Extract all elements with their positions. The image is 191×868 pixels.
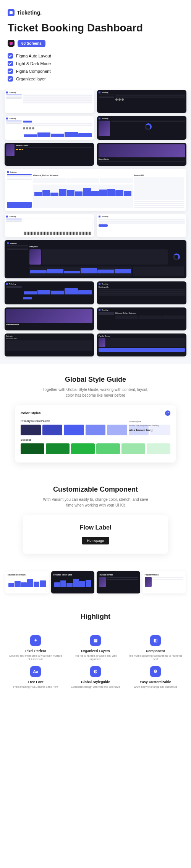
highlight-item: ✦Pixel PerfectDetailed and measured so y… [8, 635, 63, 661]
feature-label: Light & Dark Mode [16, 61, 51, 66]
swatch [121, 443, 145, 454]
swatch [71, 443, 95, 454]
shot-dark-analytics: Ticketing Analytics [5, 240, 186, 278]
section-title: Highlight [8, 613, 183, 621]
flow-title: Flow Label [32, 524, 159, 531]
feature-label: Organized layer [16, 77, 46, 81]
section-component: Customizable Component With Variant you … [0, 474, 191, 571]
screenshot-collage: Ticketing Ticketing Ticketing Ticketing … [0, 90, 191, 364]
swatch [46, 443, 70, 454]
highlight-item: ⚙Easy Customizable100% easy to change an… [128, 666, 183, 688]
highlight-desc: Free amazing Plus Jakarta Sans Font [8, 685, 63, 688]
check-icon [8, 69, 13, 74]
customize-icon: ⚙ [150, 666, 161, 677]
p-icon: P [165, 410, 170, 416]
comp-card-dark: Popular Movies [97, 571, 140, 593]
check-icon [8, 53, 13, 59]
screens-badge: 60 Screens [18, 40, 45, 47]
swatch [42, 425, 63, 435]
comp-card-light: Revenue Bookmark [5, 571, 49, 593]
section-title: Global Style Guide [8, 376, 183, 384]
feature-label: Figma Component [16, 69, 51, 74]
highlight-title: Free Font [8, 680, 63, 684]
styleguide-icon: ◐ [90, 666, 101, 677]
feature-item: Figma Auto Layout [8, 53, 183, 59]
swatch [107, 425, 127, 435]
shot-dark-booking: Ticketing Booking table [97, 281, 186, 304]
shot-light-ticket: Ticketing [5, 214, 94, 237]
feature-list: Figma Auto Layout Light & Dark Mode Figm… [8, 53, 183, 82]
highlight-title: Organized Layers [68, 649, 123, 653]
hero-badges: 60 Screens [8, 40, 183, 47]
shot-dark-small: Ticketing [97, 116, 186, 140]
feature-item: Organized layer [8, 76, 183, 82]
feature-label: Figma Auto Layout [16, 54, 51, 58]
highlight-desc: Detailed and measured so you even multip… [8, 654, 63, 661]
comp-card-dark: Finished Ticket Sold [51, 571, 95, 593]
swatch [21, 443, 44, 454]
shot-dark-poster: Wakanda Forever [5, 307, 94, 330]
brand-logo: Ticketing. [8, 9, 183, 16]
shot-dark-calendar: Calendar December 2022 [5, 333, 94, 356]
section-style-guide: Global Style Guide Together with Global … [0, 364, 191, 474]
highlight-title: Component [128, 649, 183, 653]
feature-item: Light & Dark Mode [8, 61, 183, 66]
shot-dark-movie: Recent Movies [97, 143, 186, 166]
highlight-title: Easy Customizable [128, 680, 183, 684]
hero-title: Ticket Booking Dashboard [8, 21, 183, 34]
swatch [21, 425, 41, 435]
shot-light-small: Ticketing [5, 116, 94, 140]
shot-light-main-dashboard: Ticketing Welcome, Richard Mclarson Janu… [5, 169, 186, 211]
success-swatches [21, 443, 170, 454]
highlight-desc: The file is named, grouped and well orga… [68, 654, 123, 661]
highlight-desc: Consistent design with real and colorsty… [68, 685, 123, 688]
highlight-title: Global Styleguide [68, 680, 123, 684]
shot-dark-small: Ticketing [97, 90, 186, 113]
shot-dark-movie: Wakanda Forever [5, 143, 94, 166]
section-title: Customizable Component [8, 485, 183, 494]
highlight-title: Pixel Perfect [8, 649, 63, 653]
flow-label-card: Flow Label Homepage [23, 515, 168, 554]
highlight-item: ◐Global StyleguideConsistent design with… [68, 666, 123, 688]
feature-item: Figma Component [8, 69, 183, 74]
swatch [147, 443, 170, 454]
typography-sample: Text Styles brown fox jumps over the laz… [129, 420, 171, 433]
section-desc: Together with Global Style Guide, workin… [42, 387, 149, 398]
pixel-icon: ✦ [30, 635, 41, 646]
shot-dark-small: Ticketing [5, 281, 94, 304]
highlight-desc: 100% easy to change and customize [128, 685, 183, 688]
section-highlight: Highlight [0, 601, 191, 635]
highlight-item: ◧ComponentThe multi supporting component… [128, 635, 183, 661]
shot-light-small: Ticketing [97, 214, 186, 237]
swatch [96, 443, 120, 454]
shot-light-small: Ticketing [5, 90, 94, 113]
highlight-item: AaFree FontFree amazing Plus Jakarta San… [8, 666, 63, 688]
card-title: Color Styles [21, 411, 41, 415]
homepage-pill: Homepage [82, 537, 109, 544]
layers-icon: ▤ [90, 635, 101, 646]
swatch [86, 425, 106, 435]
component-icon: ◧ [150, 635, 161, 646]
check-icon [8, 61, 13, 66]
check-icon [8, 76, 13, 82]
hero: Ticketing. Ticket Booking Dashboard 60 S… [0, 0, 191, 90]
swatch [64, 425, 84, 435]
comp-card-light: Popular Movies [142, 571, 186, 593]
shot-dark-popular: Popular Movies [97, 333, 186, 356]
brand-text: Ticketing. [17, 10, 42, 16]
font-icon: Aa [30, 666, 41, 677]
highlight-item: ▤Organized LayersThe file is named, grou… [68, 635, 123, 661]
brand-icon [8, 9, 15, 16]
highlight-desc: The multi supporting components to more … [128, 654, 183, 661]
style-guide-card: Color Styles P Primary Neutral Palette S… [15, 405, 176, 463]
figma-icon [8, 40, 15, 47]
component-previews: Revenue Bookmark Finished Ticket Sold Po… [0, 571, 191, 601]
shot-dark-dashboard: Ticketing Welcome, Richard Mclarson [97, 307, 186, 330]
palette-label: Success [21, 438, 170, 441]
highlight-grid: ✦Pixel PerfectDetailed and measured so y… [0, 635, 191, 700]
section-desc: With Variant you can easily to, change c… [42, 497, 149, 508]
